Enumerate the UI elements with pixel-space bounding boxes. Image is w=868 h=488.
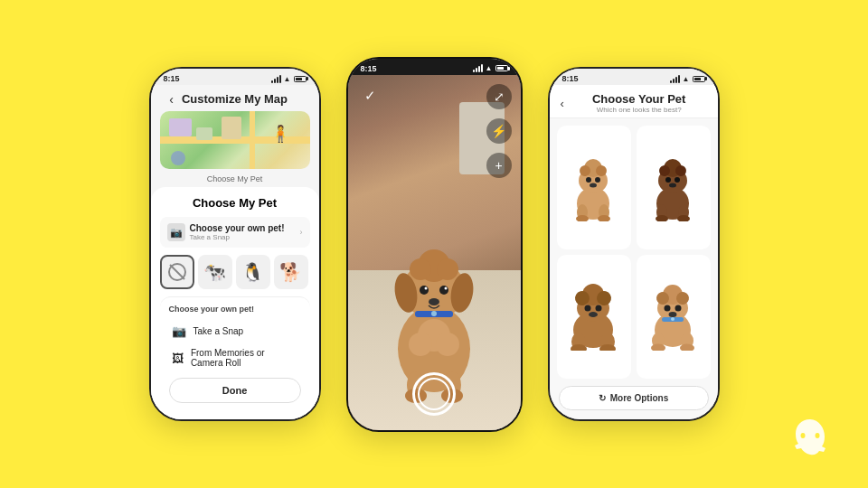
camera-controls: ⤢ ⚡ +	[486, 84, 512, 178]
svg-point-68	[671, 317, 675, 321]
choose-pet-label: Choose My Pet	[151, 174, 319, 183]
pet-icon-cow[interactable]: 🐄	[198, 255, 232, 289]
avatar-pin: 🧍	[270, 120, 290, 147]
time-3: 8:15	[562, 74, 579, 83]
camera-icon: 📷	[167, 223, 185, 241]
pet-icon-dog[interactable]: 🐕	[274, 255, 308, 289]
pet-icons-row: 🐄 🐧 🐕	[160, 255, 310, 289]
svg-point-64	[665, 305, 671, 312]
bottom-sheet: Choose your own pet! 📷 Take a Snap 🖼 Fro…	[160, 296, 310, 410]
svg-point-12	[445, 286, 448, 289]
pet-option-4[interactable]	[637, 255, 711, 379]
phone3-title: Choose Your Pet	[571, 92, 707, 106]
svg-point-41	[675, 177, 680, 183]
back-button-1[interactable]: ‹	[162, 89, 182, 109]
shutter-inner	[418, 378, 450, 410]
svg-point-30	[590, 183, 597, 188]
checkmark-button[interactable]: ✓	[359, 84, 382, 108]
phone-2: 8:15 ▲	[346, 57, 523, 432]
chevron-icon: ›	[300, 228, 303, 237]
phone3-header: ‹ Choose Your Pet Which one looks the be…	[550, 85, 718, 118]
pet-grid	[550, 118, 718, 386]
shutter-button[interactable]	[412, 372, 456, 416]
phone-1: 8:15 ▲ ‹ Customize My Map	[149, 67, 321, 421]
phone-3: 8:15 ▲ ‹ Choose Your Pet Whic	[548, 67, 720, 421]
svg-point-54	[589, 312, 598, 317]
plus-button[interactable]: +	[486, 153, 512, 178]
panel-title: Choose My Pet	[160, 196, 310, 210]
choose-own-sub: Take a Snap	[190, 233, 285, 241]
svg-point-11	[425, 286, 428, 289]
choose-my-pet-panel: Choose My Pet 📷 Choose your own pet! Tak…	[151, 187, 319, 419]
more-options-button[interactable]: ↻ More Options	[559, 386, 709, 410]
svg-point-40	[665, 177, 671, 183]
wifi-icon-2: ▲	[486, 64, 493, 72]
flip-camera-button[interactable]: ⤢	[486, 84, 512, 109]
svg-point-9	[420, 286, 429, 295]
refresh-icon: ↻	[599, 393, 606, 403]
svg-point-52	[585, 305, 591, 312]
wifi-icon-1: ▲	[284, 75, 291, 83]
camera-option-icon: 📷	[171, 323, 187, 339]
flash-button[interactable]: ⚡	[486, 118, 512, 144]
take-snap-label: Take a Snap	[193, 326, 244, 336]
done-button[interactable]: Done	[169, 378, 301, 403]
phone3-subtitle: Which one looks the best?	[571, 106, 707, 114]
svg-point-22	[436, 333, 459, 356]
memories-icon: 🖼	[171, 350, 184, 366]
pet-option-3[interactable]	[557, 255, 631, 379]
svg-point-65	[675, 305, 682, 312]
pet-icon-penguin[interactable]: 🐧	[236, 255, 270, 289]
svg-point-42	[669, 183, 676, 188]
svg-point-6	[437, 258, 458, 280]
wifi-icon-3: ▲	[683, 75, 690, 83]
memories-option[interactable]: 🖼 From Memories or Camera Roll	[169, 343, 301, 372]
status-bar-2: 8:15 ▲	[348, 59, 521, 75]
svg-point-15	[431, 311, 437, 316]
take-snap-option[interactable]: 📷 Take a Snap	[169, 318, 301, 343]
pet-option-1[interactable]	[557, 126, 631, 249]
camera-view: ✓ ⤢ ⚡ +	[348, 75, 521, 430]
svg-point-74	[816, 433, 820, 438]
svg-point-5	[410, 258, 431, 280]
memories-label: From Memories or Camera Roll	[191, 348, 299, 368]
svg-point-66	[669, 312, 677, 317]
svg-point-21	[409, 333, 432, 356]
back-button-3[interactable]: ‹	[561, 97, 564, 110]
svg-point-53	[596, 305, 602, 312]
svg-point-73	[801, 433, 806, 438]
choose-own-pet-row[interactable]: 📷 Choose your own pet! Take a Snap ›	[160, 217, 310, 248]
svg-point-13	[429, 298, 439, 305]
phone1-title: Customize My Map	[182, 92, 288, 106]
bottom-sheet-title: Choose your own pet!	[169, 305, 301, 314]
svg-point-10	[439, 286, 448, 295]
map-preview: 🧍	[160, 111, 310, 169]
svg-line-1	[170, 265, 184, 279]
phone1-header: ‹ Customize My Map	[151, 85, 319, 111]
time-1: 8:15	[164, 74, 180, 83]
choose-own-text: Choose your own pet!	[190, 223, 285, 233]
status-bar-1: 8:15 ▲	[151, 69, 319, 85]
snapchat-ghost-logo	[787, 416, 834, 463]
svg-point-28	[586, 177, 591, 183]
pet-icon-none[interactable]	[160, 255, 194, 289]
pet-option-2[interactable]	[637, 126, 711, 249]
status-bar-3: 8:15 ▲	[550, 69, 718, 85]
more-options-label: More Options	[610, 393, 668, 403]
time-2: 8:15	[361, 64, 377, 73]
svg-point-29	[595, 177, 600, 183]
